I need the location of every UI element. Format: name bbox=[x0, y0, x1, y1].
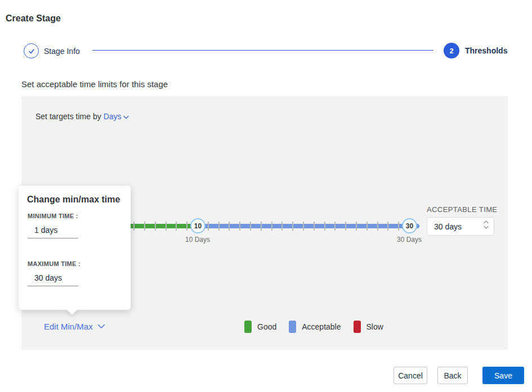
acceptable-time-label: ACCEPTABLE TIME bbox=[427, 205, 497, 214]
edit-minmax-label: Edit Min/Max bbox=[44, 322, 93, 331]
save-button[interactable]: Save bbox=[482, 367, 524, 384]
edit-minmax-link[interactable]: Edit Min/Max bbox=[44, 322, 105, 331]
legend-item-good: Good bbox=[244, 321, 276, 333]
legend-label-slow: Slow bbox=[366, 322, 383, 331]
check-icon bbox=[28, 47, 35, 55]
slider-max-label: 30 Days bbox=[390, 236, 429, 244]
slider-min-handle-value: 10 bbox=[194, 222, 202, 230]
popup-title: Change min/max time bbox=[27, 195, 120, 205]
slow-swatch bbox=[354, 321, 361, 333]
target-unit-dropdown[interactable]: Days bbox=[104, 112, 129, 121]
chevron-up-icon bbox=[484, 220, 489, 224]
target-unit-value: Days bbox=[104, 112, 122, 121]
minimum-time-input[interactable] bbox=[28, 223, 78, 238]
set-targets-row: Set targets time by Days bbox=[35, 112, 129, 121]
legend-item-slow: Slow bbox=[354, 321, 383, 333]
slider-min-label: 10 Days bbox=[178, 236, 217, 244]
slider-max-handle[interactable]: 30 bbox=[402, 218, 417, 233]
good-swatch bbox=[244, 321, 252, 333]
cancel-button[interactable]: Cancel bbox=[394, 367, 427, 384]
step2-active-indicator[interactable]: 2 bbox=[444, 43, 459, 58]
minimum-time-label: MINIMUM TIME : bbox=[28, 213, 78, 219]
section-heading: Set acceptable time limits for this stag… bbox=[21, 79, 168, 89]
step1-complete-indicator[interactable] bbox=[24, 43, 39, 58]
maximum-time-input[interactable] bbox=[28, 271, 78, 286]
step-thresholds-label: Thresholds bbox=[465, 46, 507, 55]
chevron-down-icon bbox=[484, 226, 489, 229]
stepper-arrows[interactable] bbox=[484, 220, 489, 229]
page-title: Create Stage bbox=[6, 13, 61, 24]
acceptable-swatch bbox=[289, 321, 296, 333]
legend-label-good: Good bbox=[257, 322, 276, 331]
stepper-connector-line bbox=[92, 50, 433, 51]
slider-max-handle-value: 30 bbox=[406, 222, 413, 230]
set-targets-prefix: Set targets time by bbox=[35, 112, 101, 121]
acceptable-time-field[interactable] bbox=[427, 217, 494, 236]
chevron-down-icon bbox=[97, 324, 105, 329]
threshold-legend: Good Acceptable Slow bbox=[244, 321, 383, 333]
slider-min-handle[interactable]: 10 bbox=[190, 218, 205, 233]
back-button[interactable]: Back bbox=[437, 367, 468, 384]
maximum-time-label: MAXIMUM TIME : bbox=[28, 260, 81, 267]
change-minmax-popup: Change min/max time MINIMUM TIME : MAXIM… bbox=[19, 186, 131, 310]
legend-item-acceptable: Acceptable bbox=[289, 321, 341, 333]
step2-number: 2 bbox=[449, 47, 453, 55]
legend-label-acceptable: Acceptable bbox=[302, 322, 341, 331]
chevron-down-icon bbox=[123, 112, 129, 121]
step-stage-info-label: Stage Info bbox=[44, 47, 80, 56]
acceptable-time-input[interactable] bbox=[434, 222, 479, 231]
